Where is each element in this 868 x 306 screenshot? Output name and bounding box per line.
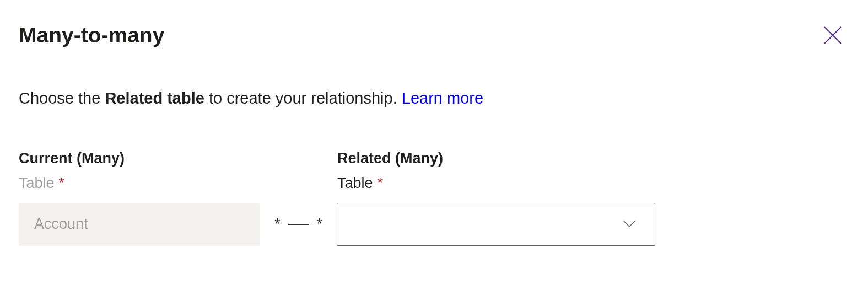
intro-bold: Related table xyxy=(105,89,204,107)
many-to-many-panel: Many-to-many Choose the Related table to… xyxy=(0,0,868,246)
intro-prefix: Choose the xyxy=(19,89,105,107)
close-icon xyxy=(823,25,843,45)
cardinality-left-star: * xyxy=(274,216,281,233)
intro-suffix: to create your relationship. xyxy=(204,89,402,107)
related-column: Related (Many) Table * xyxy=(337,150,656,203)
fields-row: Account * * xyxy=(19,203,849,246)
intro-text: Choose the Related table to create your … xyxy=(19,88,849,109)
current-column: Current (Many) Table * xyxy=(19,150,260,203)
panel-title: Many-to-many xyxy=(19,23,849,48)
cardinality-connector: * * xyxy=(260,203,337,246)
related-table-dropdown[interactable] xyxy=(337,203,655,246)
required-asterisk: * xyxy=(378,175,384,192)
current-table-input: Account xyxy=(19,203,260,246)
close-button[interactable] xyxy=(822,24,844,46)
current-table-label: Table * xyxy=(19,175,260,192)
required-asterisk: * xyxy=(59,175,65,192)
columns: Current (Many) Table * Related (Many) Ta… xyxy=(19,150,849,203)
current-table-label-text: Table xyxy=(19,175,55,192)
related-table-label: Table * xyxy=(337,175,656,192)
related-table-label-text: Table xyxy=(337,175,373,192)
current-table-value: Account xyxy=(34,216,88,233)
learn-more-link[interactable]: Learn more xyxy=(402,89,483,107)
current-heading: Current (Many) xyxy=(19,150,260,167)
cardinality-right-star: * xyxy=(317,216,323,233)
related-heading: Related (Many) xyxy=(337,150,656,167)
cardinality-line xyxy=(288,224,309,225)
chevron-down-icon xyxy=(621,214,638,234)
